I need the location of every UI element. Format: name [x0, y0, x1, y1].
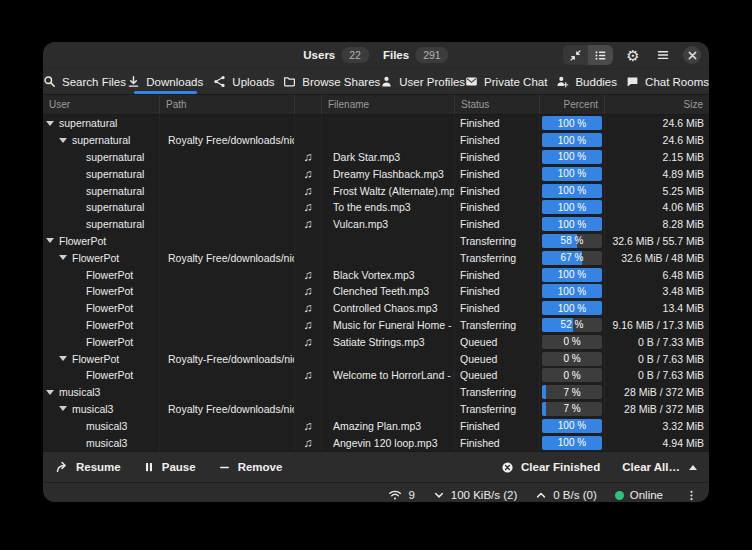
filename-cell: Music for Funeral Home - Part 1: [322, 317, 455, 334]
table-row[interactable]: musical3Royalty Free/downloads/nicotinTr…: [43, 401, 709, 418]
filename-cell: Dark Star.mp3: [322, 149, 455, 166]
percent-cell: 67 %: [540, 249, 605, 266]
column-header-size[interactable]: Size: [605, 95, 709, 114]
size-cell: 4.94 MiB: [605, 434, 709, 451]
resume-button[interactable]: Resume: [55, 460, 121, 474]
progress-bar: 100 %: [542, 268, 602, 282]
table-row[interactable]: supernaturalRoyalty Free/downloads/nicot…: [43, 132, 709, 149]
expander-triangle-icon[interactable]: [59, 356, 67, 361]
table-row[interactable]: musical3Transferring7 %28 MiB / 372 MiB: [43, 384, 709, 401]
column-header-filename[interactable]: Filename: [322, 95, 455, 114]
tab-search-files[interactable]: Search Files: [43, 69, 126, 94]
table-row[interactable]: FlowerPot♫Music for Funeral Home - Part …: [43, 317, 709, 334]
filename-cell: Satiate Strings.mp3: [322, 333, 455, 350]
progress-bar: 0 %: [542, 368, 602, 382]
tab-user-profiles[interactable]: User Profiles: [380, 69, 465, 94]
tab-buddies[interactable]: Buddies: [547, 69, 626, 94]
path-cell: [160, 216, 295, 233]
folder-icon: [283, 75, 296, 88]
table-row[interactable]: FlowerPotTransferring58 %32.6 MiB / 55.7…: [43, 233, 709, 250]
expander-triangle-icon[interactable]: [46, 238, 54, 243]
close-window-button[interactable]: [683, 46, 701, 64]
remove-button[interactable]: Remove: [218, 461, 283, 474]
upload-rate-indicator[interactable]: 0 B/s (0): [535, 489, 596, 501]
status-cell: Finished: [455, 115, 540, 132]
tab-chat-rooms[interactable]: Chat Rooms: [626, 69, 709, 94]
path-cell: Royalty Free/downloads/nicotin: [160, 132, 295, 149]
column-header-path[interactable]: Path: [160, 95, 295, 114]
status-menu-button[interactable]: [681, 485, 701, 502]
files-count-badge: 291: [415, 47, 449, 63]
column-header-percent[interactable]: Percent: [540, 95, 605, 114]
download-rate-indicator[interactable]: 100 KiB/s (2): [433, 489, 517, 501]
status-cell: Transferring: [455, 384, 540, 401]
column-header-user[interactable]: User: [43, 95, 160, 114]
size-cell: 9.16 MiB / 17.3 MiB: [605, 317, 709, 334]
table-row[interactable]: FlowerPot♫Satiate Strings.mp3Queued0 %0 …: [43, 333, 709, 350]
tab-private-chat[interactable]: Private Chat: [465, 69, 547, 94]
table-row[interactable]: supernatural♫Vulcan.mp3Finished100 %8.28…: [43, 216, 709, 233]
progress-bar: 100 %: [542, 436, 602, 450]
filename-cell: [322, 401, 455, 418]
table-row[interactable]: FlowerPotRoyalty Free/downloads/nicotinT…: [43, 249, 709, 266]
music-note-icon: ♫: [295, 283, 322, 300]
table-row[interactable]: supernatural♫Frost Waltz (Alternate).mp3…: [43, 182, 709, 199]
user-cell: FlowerPot: [43, 333, 160, 350]
table-row[interactable]: FlowerPot♫Controlled Chaos.mp3Finished10…: [43, 300, 709, 317]
user-cell: FlowerPot: [43, 283, 160, 300]
filename-cell: Welcome to HorrorLand - hi.mp3: [322, 367, 455, 384]
table-row[interactable]: supernatural♫Dreamy Flashback.mp3Finishe…: [43, 165, 709, 182]
close-icon: [688, 51, 697, 60]
path-cell: [160, 384, 295, 401]
tab-label: Uploads: [232, 76, 274, 88]
table-body: supernaturalFinished100 %24.6 MiBsuperna…: [43, 115, 709, 451]
percent-cell: 100 %: [540, 283, 605, 300]
expander-triangle-icon[interactable]: [59, 138, 67, 143]
progress-label: 100 %: [542, 284, 602, 298]
connected-users-indicator[interactable]: 9: [388, 488, 414, 502]
preferences-button[interactable]: ⚙: [623, 45, 643, 65]
progress-label: 100 %: [542, 301, 602, 315]
table-row[interactable]: FlowerPotRoyalty-Free/downloads/nicotinQ…: [43, 350, 709, 367]
expander-triangle-icon[interactable]: [59, 255, 67, 260]
tab-browse-shares[interactable]: Browse Shares: [283, 69, 380, 94]
column-header-icon[interactable]: [295, 95, 322, 114]
clear-finished-button[interactable]: Clear Finished: [501, 461, 600, 474]
percent-cell: 0 %: [540, 350, 605, 367]
user-cell: FlowerPot: [43, 350, 160, 367]
filename-cell: To the ends.mp3: [322, 199, 455, 216]
table-row[interactable]: supernatural♫Dark Star.mp3Finished100 %2…: [43, 149, 709, 166]
music-note-icon: ♫: [295, 199, 322, 216]
tab-downloads[interactable]: Downloads: [126, 69, 205, 94]
gear-icon: ⚙: [626, 48, 639, 63]
percent-cell: 58 %: [540, 233, 605, 250]
table-row[interactable]: supernaturalFinished100 %24.6 MiB: [43, 115, 709, 132]
compress-view-button[interactable]: [563, 45, 588, 65]
progress-label: 100 %: [542, 268, 602, 282]
table-row[interactable]: FlowerPot♫Clenched Teeth.mp3Finished100 …: [43, 283, 709, 300]
toolbar-right: Clear Finished Clear All…: [501, 461, 697, 474]
music-note-icon: ♫: [295, 149, 322, 166]
user-cell: supernatural: [43, 149, 160, 166]
pause-button[interactable]: Pause: [143, 461, 196, 473]
table-row[interactable]: musical3♫Amazing Plan.mp3Finished100 %3.…: [43, 417, 709, 434]
kebab-icon: [685, 489, 698, 502]
tab-uploads[interactable]: Uploads: [205, 69, 284, 94]
status-cell: Finished: [455, 216, 540, 233]
progress-bar: 0 %: [542, 335, 602, 349]
list-view-button[interactable]: [588, 45, 613, 65]
table-row[interactable]: FlowerPot♫Welcome to HorrorLand - hi.mp3…: [43, 367, 709, 384]
expander-triangle-icon[interactable]: [46, 390, 54, 395]
music-note-icon: ♫: [295, 216, 322, 233]
column-header-status[interactable]: Status: [455, 95, 540, 114]
path-cell: [160, 333, 295, 350]
connection-status[interactable]: Online: [615, 489, 663, 501]
clear-all-button[interactable]: Clear All…: [622, 461, 697, 473]
users-label: Users: [303, 49, 335, 61]
expander-triangle-icon[interactable]: [46, 121, 54, 126]
main-menu-button[interactable]: [653, 45, 673, 65]
table-row[interactable]: musical3♫Angevin 120 loop.mp3Finished100…: [43, 434, 709, 451]
expander-triangle-icon[interactable]: [59, 406, 67, 411]
table-row[interactable]: supernatural♫To the ends.mp3Finished100 …: [43, 199, 709, 216]
table-row[interactable]: FlowerPot♫Black Vortex.mp3Finished100 %6…: [43, 266, 709, 283]
